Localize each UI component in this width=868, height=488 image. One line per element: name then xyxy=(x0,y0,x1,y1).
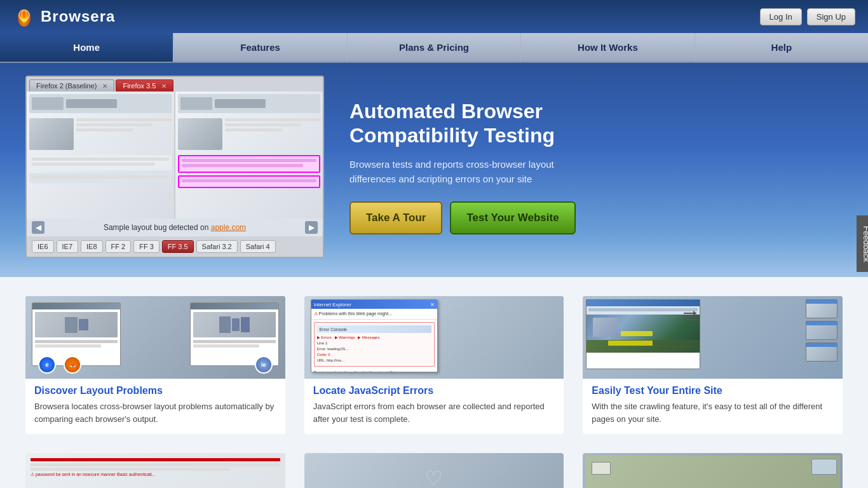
browsera-logo-icon xyxy=(13,5,36,28)
bottom-grid: ⚠ password be sent in an insecure manner… xyxy=(25,453,843,488)
login-button[interactable]: Log In xyxy=(760,8,802,25)
hero-description: Browsera tests and reports cross-browser… xyxy=(349,158,843,186)
browser-tab-ff35[interactable]: FF 3.5 xyxy=(162,240,194,253)
header-buttons: Log In Sign Up xyxy=(760,8,855,25)
browser-tab-safari32[interactable]: Safari 3.2 xyxy=(196,240,238,253)
feature-card-js: Internet Explorer ✕ ⚠ Problems with this… xyxy=(304,296,564,434)
feature-desc-site: With the site crawling feature, it's eas… xyxy=(583,400,843,434)
screenshot-viewer: Firefox 2 (Baseline) ✕ Firefox 3.5 ✕ xyxy=(25,76,324,258)
logo-area: Browsera xyxy=(13,5,115,28)
feature-desc-js: JavaScript errors from each browser are … xyxy=(304,400,564,434)
header: Browsera Log In Sign Up xyxy=(0,0,868,33)
bottom-card-3 xyxy=(583,453,843,488)
caption-text: Sample layout bug detected on apple.com xyxy=(50,223,300,232)
hero-buttons: Take A Tour Test Your Website xyxy=(349,201,843,234)
feature-img-site xyxy=(583,296,843,379)
browser-tab-ff2[interactable]: FF 2 xyxy=(105,240,132,253)
logo-text: Browsera xyxy=(41,8,115,25)
signup-button[interactable]: Sign Up xyxy=(807,8,855,25)
bottom-img-2: ♡ xyxy=(304,453,564,488)
feature-card-site: Easily Test Your Entire Site With the si… xyxy=(583,296,843,434)
viewer-tab-ff35[interactable]: Firefox 3.5 ✕ xyxy=(116,79,173,92)
tab-close-icon[interactable]: ✕ xyxy=(102,83,107,90)
layout-screenshot: e 🦊 ie xyxy=(25,296,285,379)
bottom-row-section: ⚠ password be sent in an insecure manner… xyxy=(0,453,868,488)
caption-link[interactable]: apple.com xyxy=(211,223,246,232)
bottom-card-2: ♡ xyxy=(304,453,564,488)
nav-item-plans[interactable]: Plans & Pricing xyxy=(348,33,521,62)
feature-img-layout: e 🦊 ie xyxy=(25,296,285,379)
feedback-tab[interactable]: Feedback xyxy=(857,215,868,272)
viewer-tabs: Firefox 2 (Baseline) ✕ Firefox 3.5 ✕ xyxy=(27,77,323,92)
browser-tab-safari4[interactable]: Safari 4 xyxy=(240,240,276,253)
prev-arrow[interactable]: ◀ xyxy=(32,221,44,234)
feature-title-layout: Discover Layout Problems xyxy=(25,379,285,400)
nav-item-help[interactable]: Help xyxy=(695,33,868,62)
viewer-tab-baseline[interactable]: Firefox 2 (Baseline) ✕ xyxy=(29,79,114,92)
pane-inner-left xyxy=(27,92,174,219)
tab-close-icon-active[interactable]: ✕ xyxy=(161,83,166,90)
browser-tab-ie7[interactable]: IE7 xyxy=(57,240,79,253)
nav-item-features[interactable]: Features xyxy=(173,33,347,62)
browser-tabs-row: IE6 IE7 IE8 FF 2 FF 3 FF 3.5 Safari 3.2 … xyxy=(27,236,323,257)
nav-item-home[interactable]: Home xyxy=(0,33,173,62)
features-section: e 🦊 ie Discover Layout Problems Browsera… xyxy=(0,277,868,453)
next-arrow[interactable]: ▶ xyxy=(305,221,318,234)
bottom-img-3 xyxy=(583,453,843,488)
hero-text: Automated BrowserCompatibility Testing B… xyxy=(349,99,843,235)
viewer-content xyxy=(27,92,323,219)
screenshot-pane-right xyxy=(175,92,323,219)
viewer-nav-caption: ◀ Sample layout bug detected on apple.co… xyxy=(27,219,323,236)
screenshot-pane-left xyxy=(27,92,174,219)
browser-tab-ff3[interactable]: FF 3 xyxy=(133,240,159,253)
browser-tab-ie6[interactable]: IE6 xyxy=(32,240,54,253)
features-grid: e 🦊 ie Discover Layout Problems Browsera… xyxy=(25,296,843,434)
feature-title-js: Locate JavaScript Errors xyxy=(304,379,564,400)
hero-headline: Automated BrowserCompatibility Testing xyxy=(349,99,843,148)
nav-item-how[interactable]: How It Works xyxy=(521,33,695,62)
feature-title-site: Easily Test Your Entire Site xyxy=(583,379,843,400)
hero-section: Firefox 2 (Baseline) ✕ Firefox 3.5 ✕ xyxy=(0,63,868,277)
bottom-card-1: ⚠ password be sent in an insecure manner… xyxy=(25,453,285,488)
feature-desc-layout: Browsera locates cross-browser layout pr… xyxy=(25,400,285,434)
browser-tab-ie8[interactable]: IE8 xyxy=(81,240,103,253)
test-website-button[interactable]: Test Your Website xyxy=(450,201,575,234)
main-nav: Home Features Plans & Pricing How It Wor… xyxy=(0,33,868,63)
bottom-img-1: ⚠ password be sent in an insecure manner… xyxy=(25,453,285,488)
feature-card-layout: e 🦊 ie Discover Layout Problems Browsera… xyxy=(25,296,285,434)
pane-inner-right xyxy=(175,92,323,219)
take-tour-button[interactable]: Take A Tour xyxy=(349,201,442,234)
feature-img-js: Internet Explorer ✕ ⚠ Problems with this… xyxy=(304,296,564,379)
